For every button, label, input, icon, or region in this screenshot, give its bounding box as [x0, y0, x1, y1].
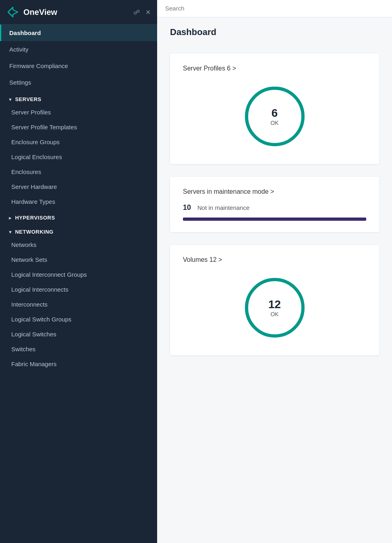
circle-center-server-profiles-widget: 6 OK [270, 107, 278, 126]
app-title: OneView [23, 8, 129, 17]
sidebar-item-firmware-compliance[interactable]: Firmware Compliance [0, 58, 157, 74]
sidebar-item-enclosures[interactable]: Enclosures [0, 164, 157, 179]
circle-status-server-profiles-widget: OK [270, 120, 278, 126]
sidebar-item-logical-switch-groups[interactable]: Logical Switch Groups [0, 312, 157, 327]
sidebar-item-server-hardware[interactable]: Server Hardware [0, 179, 157, 194]
sidebar-item-settings[interactable]: Settings [0, 74, 157, 91]
widget-server-profiles-widget: Server Profiles 6 > 6 OK [170, 54, 379, 164]
main-content: Dashboard Server Profiles 6 > 6 OK Serve… [157, 0, 392, 543]
sidebar-item-switches[interactable]: Switches [0, 342, 157, 356]
circle-number-volumes-widget: 12 [268, 298, 281, 311]
sidebar-item-hardware-types[interactable]: Hardware Types [0, 194, 157, 209]
pin-icon[interactable]: ☍ [133, 8, 140, 16]
circle-chart-server-profiles-widget: 6 OK [243, 84, 307, 149]
circle-container-server-profiles-widget: 6 OK [183, 80, 366, 153]
section-arrow-hypervisors-header: ► [8, 216, 12, 220]
circle-number-server-profiles-widget: 6 [270, 107, 278, 120]
sidebar-item-server-profiles[interactable]: Server Profiles [0, 105, 157, 120]
sidebar-item-interconnects[interactable]: Interconnects [0, 297, 157, 312]
oneview-logo-icon [6, 6, 19, 19]
sidebar-item-networks[interactable]: Networks [0, 237, 157, 252]
bar-container-maintenance-widget [183, 218, 366, 221]
section-arrow-networking-header: ▼ [8, 230, 12, 234]
sidebar-item-logical-interconnects[interactable]: Logical Interconnects [0, 282, 157, 297]
circle-status-volumes-widget: OK [268, 311, 281, 317]
sidebar-item-logical-switches[interactable]: Logical Switches [0, 327, 157, 342]
circle-center-volumes-widget: 12 OK [268, 298, 281, 317]
maintenance-number-maintenance-widget: 10 [183, 203, 191, 212]
sidebar-section-servers-header[interactable]: ▼ SERVERS [0, 91, 157, 105]
search-input[interactable] [165, 5, 384, 12]
search-bar [157, 0, 392, 17]
maintenance-stats-maintenance-widget: 10Not in maintenance [183, 203, 366, 212]
dashboard-body: Dashboard Server Profiles 6 > 6 OK Serve… [157, 17, 392, 365]
sidebar-item-enclosure-groups[interactable]: Enclosure Groups [0, 135, 157, 149]
bar-fill-maintenance-widget [183, 218, 366, 221]
header-actions: ☍ ✕ [133, 8, 151, 16]
circle-chart-volumes-widget: 12 OK [243, 276, 307, 340]
dashboard-title: Dashboard [170, 27, 379, 37]
maintenance-content-maintenance-widget: 10Not in maintenance [183, 203, 366, 221]
widget-title-server-profiles-widget[interactable]: Server Profiles 6 > [183, 65, 366, 72]
sidebar-nav: DashboardActivityFirmware ComplianceSett… [0, 25, 157, 371]
close-icon[interactable]: ✕ [145, 8, 151, 16]
sidebar-section-networking-header[interactable]: ▼ NETWORKING [0, 223, 157, 237]
widget-volumes-widget: Volumes 12 > 12 OK [170, 245, 379, 355]
widget-maintenance-widget: Servers in maintenance mode >10Not in ma… [170, 177, 379, 232]
sidebar-item-dashboard[interactable]: Dashboard [0, 25, 157, 41]
circle-container-volumes-widget: 12 OK [183, 272, 366, 344]
sidebar-item-network-sets[interactable]: Network Sets [0, 252, 157, 267]
sidebar-item-server-profile-templates[interactable]: Server Profile Templates [0, 120, 157, 135]
sidebar-section-hypervisors-header[interactable]: ► HYPERVISORS [0, 209, 157, 223]
sidebar-header: OneView ☍ ✕ [0, 0, 157, 25]
widget-title-volumes-widget[interactable]: Volumes 12 > [183, 256, 366, 263]
sidebar-item-activity[interactable]: Activity [0, 41, 157, 58]
sidebar-item-logical-interconnect-groups[interactable]: Logical Interconnect Groups [0, 267, 157, 282]
sidebar-item-fabric-managers[interactable]: Fabric Managers [0, 356, 157, 371]
svg-marker-0 [8, 7, 18, 17]
maintenance-label-maintenance-widget: Not in maintenance [197, 204, 249, 211]
sidebar: OneView ☍ ✕ DashboardActivityFirmware Co… [0, 0, 157, 543]
section-arrow-servers-header: ▼ [8, 97, 12, 102]
widgets-container: Server Profiles 6 > 6 OK Servers in main… [170, 54, 379, 355]
widget-title-maintenance-widget[interactable]: Servers in maintenance mode > [183, 188, 366, 195]
sidebar-item-logical-enclosures[interactable]: Logical Enclosures [0, 149, 157, 164]
